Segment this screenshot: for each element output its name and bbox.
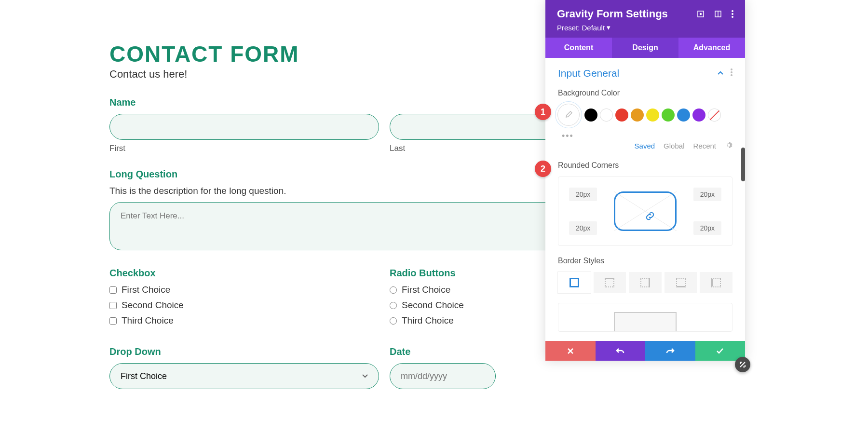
more-vert-icon[interactable] [732, 10, 733, 18]
tab-design[interactable]: Design [612, 38, 678, 58]
settings-panel: Gravity Form Settings Preset: Default ▾ … [545, 0, 745, 361]
cancel-button[interactable] [545, 341, 596, 361]
expand-fab[interactable] [735, 357, 750, 372]
redo-button[interactable] [645, 341, 695, 361]
corner-tl-input[interactable]: 20px [569, 188, 597, 201]
color-swatch-white[interactable] [600, 108, 613, 122]
border-preview [558, 303, 732, 332]
color-swatch-orange[interactable] [631, 108, 644, 122]
corners-label: Rounded Corners [558, 161, 732, 170]
checkbox-input[interactable] [109, 286, 117, 294]
tab-advanced[interactable]: Advanced [678, 38, 745, 58]
gear-icon[interactable] [725, 141, 732, 150]
svg-point-9 [731, 74, 732, 76]
border-style-bottom[interactable] [665, 272, 697, 293]
more-horiz-icon[interactable]: ••• [562, 131, 732, 141]
preset-selector[interactable]: Preset: Default ▾ [557, 23, 733, 32]
checkbox-group: Checkbox First Choice Second Choice Thir… [109, 268, 379, 331]
border-style-top[interactable] [594, 272, 626, 293]
color-swatch-purple[interactable] [692, 108, 705, 122]
corners-preview [614, 191, 677, 231]
corner-tr-input[interactable]: 20px [693, 188, 721, 201]
checkbox-input[interactable] [109, 317, 117, 325]
dropdown-label: Drop Down [109, 346, 379, 357]
color-swatch-black[interactable] [584, 108, 597, 122]
caret-down-icon: ▾ [607, 23, 610, 32]
color-swatch-none[interactable] [708, 108, 721, 122]
bg-color-label: Background Color [558, 89, 732, 97]
more-vert-icon[interactable] [731, 68, 732, 78]
radio-input[interactable] [390, 317, 397, 325]
checkbox-item[interactable]: Third Choice [109, 315, 379, 326]
confirm-button[interactable] [695, 341, 746, 361]
color-tab-recent[interactable]: Recent [693, 142, 716, 150]
color-swatch-red[interactable] [615, 108, 628, 122]
expand-icon[interactable] [697, 10, 705, 18]
svg-point-5 [732, 13, 733, 15]
callout-badge-2: 2 [535, 161, 551, 177]
border-style-left[interactable] [700, 272, 732, 293]
panel-tabs: Content Design Advanced [545, 38, 745, 58]
panel-footer [545, 341, 745, 361]
corner-br-input[interactable]: 20px [693, 221, 721, 235]
checkbox-item[interactable]: Second Choice [109, 300, 379, 311]
color-swatch-blue[interactable] [677, 108, 690, 122]
checkbox-input[interactable] [109, 302, 117, 309]
callout-badge-1: 1 [535, 104, 551, 120]
border-styles-label: Border Styles [558, 257, 732, 265]
svg-point-4 [732, 10, 733, 12]
columns-icon[interactable] [714, 10, 722, 18]
undo-button[interactable] [596, 341, 646, 361]
border-style-all[interactable] [558, 272, 591, 293]
color-swatch-green[interactable] [662, 108, 675, 122]
color-swatch-yellow[interactable] [646, 108, 659, 122]
checkbox-item[interactable]: First Choice [109, 285, 379, 295]
tab-content[interactable]: Content [545, 38, 612, 58]
checkbox-label: Checkbox [109, 268, 379, 279]
chevron-up-icon[interactable] [717, 69, 724, 78]
radio-input[interactable] [390, 302, 397, 309]
eyedropper-button[interactable] [558, 104, 579, 125]
dropdown-select[interactable]: First Choice [109, 363, 379, 389]
panel-header: Gravity Form Settings Preset: Default ▾ [545, 0, 745, 38]
dropdown-group: Drop Down First Choice [109, 346, 379, 389]
color-tab-saved[interactable]: Saved [635, 142, 655, 150]
scrollbar-thumb[interactable] [741, 148, 745, 181]
color-tab-global[interactable]: Global [664, 142, 684, 150]
svg-point-6 [732, 16, 733, 18]
first-sublabel: First [109, 144, 379, 153]
panel-title: Gravity Form Settings [557, 8, 668, 20]
svg-point-8 [731, 71, 732, 73]
corner-bl-input[interactable]: 20px [569, 221, 597, 235]
corners-control: 20px 20px 20px 20px [558, 176, 732, 246]
border-style-right[interactable] [629, 272, 662, 293]
radio-input[interactable] [390, 286, 397, 294]
svg-point-1 [700, 14, 702, 15]
date-input[interactable] [390, 363, 496, 389]
first-name-input[interactable] [109, 114, 379, 140]
section-title[interactable]: Input General [558, 68, 619, 79]
svg-point-7 [731, 68, 732, 70]
panel-body: Input General Background Color ••• Saved [545, 58, 745, 341]
